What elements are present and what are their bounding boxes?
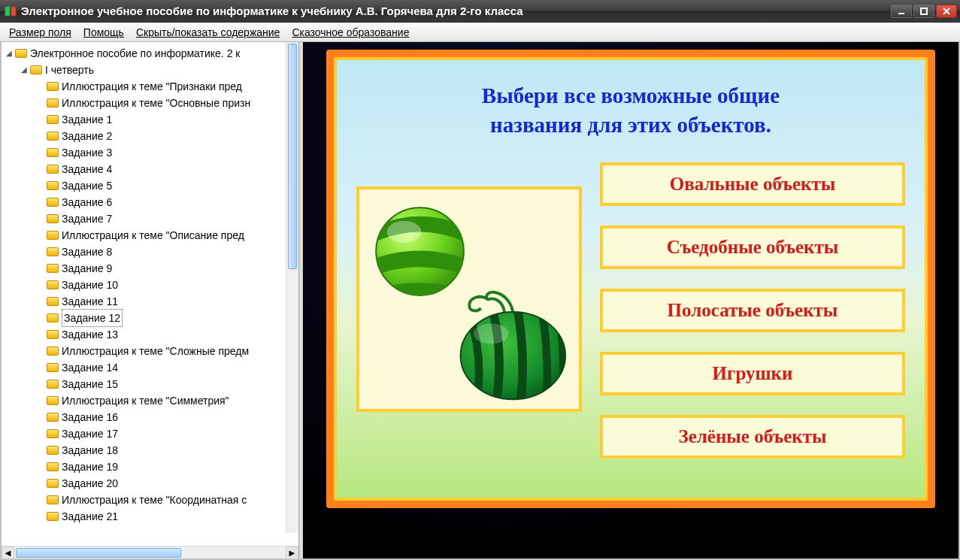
answer-option[interactable]: Игрушки bbox=[600, 352, 905, 395]
tree-label: Задание 19 bbox=[62, 459, 118, 475]
menu-help[interactable]: Помощь bbox=[77, 25, 130, 40]
scroll-right-button[interactable]: ► bbox=[286, 546, 298, 559]
svg-rect-0 bbox=[5, 7, 10, 16]
maximize-button[interactable] bbox=[913, 5, 934, 18]
page-icon bbox=[47, 148, 59, 157]
tree-item[interactable]: Задание 12 bbox=[2, 310, 298, 326]
tree-item[interactable]: Задание 2 bbox=[2, 128, 298, 144]
tree-item[interactable]: Иллюстрация к теме "Симметрия" bbox=[2, 392, 298, 409]
scrollbar-thumb[interactable] bbox=[16, 548, 181, 558]
tree-item[interactable]: Задание 13 bbox=[2, 326, 298, 343]
tree-item[interactable]: Задание 3 bbox=[2, 144, 298, 161]
page-icon bbox=[47, 396, 59, 405]
scrollbar-thumb[interactable] bbox=[288, 44, 297, 269]
window-title: Электронное учебное пособие по информати… bbox=[21, 5, 891, 17]
svg-point-11 bbox=[474, 324, 509, 344]
answer-option[interactable]: Зелёные объекты bbox=[600, 415, 905, 459]
page-icon bbox=[47, 413, 59, 422]
svg-point-8 bbox=[387, 221, 422, 243]
tree-item[interactable]: Задание 1 bbox=[2, 111, 298, 128]
close-button[interactable] bbox=[936, 5, 957, 18]
scroll-left-button[interactable]: ◄ bbox=[2, 546, 14, 559]
page-icon bbox=[47, 115, 59, 124]
tree-item[interactable]: Задание 9 bbox=[2, 260, 298, 277]
tree-item[interactable]: Задание 21 bbox=[2, 508, 298, 525]
answer-option[interactable]: Овальные объекты bbox=[600, 162, 905, 206]
page-icon bbox=[47, 132, 59, 141]
vertical-scrollbar[interactable] bbox=[286, 42, 298, 533]
menu-toggle-toc[interactable]: Скрыть/показать содержание bbox=[130, 25, 286, 40]
page-icon bbox=[47, 462, 59, 471]
tree-item[interactable]: Задание 8 bbox=[2, 244, 298, 260]
book-icon bbox=[30, 65, 42, 74]
content-area: Выбери все возможные общие названия для … bbox=[303, 42, 958, 558]
tree-item[interactable]: Задание 18 bbox=[2, 442, 298, 459]
tree-item[interactable]: Задание 7 bbox=[2, 210, 298, 227]
tree-label: Иллюстрация к теме "Координатная с bbox=[62, 492, 247, 508]
tree-label: Задание 21 bbox=[62, 508, 118, 525]
tree-label: Задание 2 bbox=[62, 128, 112, 144]
tree-item[interactable]: Задание 14 bbox=[2, 359, 298, 376]
tree-item[interactable]: Иллюстрация к теме "Признаки пред bbox=[2, 78, 298, 95]
tree-label: Задание 12 bbox=[62, 309, 123, 327]
toc-sidebar: ◢ Электронное пособие по информатике. 2 … bbox=[2, 42, 299, 558]
answer-option[interactable]: Полосатые объекты bbox=[600, 289, 905, 332]
svg-rect-3 bbox=[921, 8, 927, 14]
tree-label: Задание 20 bbox=[62, 475, 118, 492]
tree-item[interactable]: Задание 10 bbox=[2, 277, 298, 293]
page-icon bbox=[47, 280, 59, 289]
minimize-button[interactable] bbox=[891, 5, 912, 18]
page-icon bbox=[47, 82, 59, 91]
tree-item[interactable]: Иллюстрация к теме "Сложные предм bbox=[2, 343, 298, 359]
horizontal-scrollbar[interactable]: ◄ ► bbox=[2, 546, 298, 558]
tree-item[interactable]: Задание 6 bbox=[2, 194, 298, 210]
page-icon bbox=[47, 181, 59, 190]
menu-field-size[interactable]: Размер поля bbox=[3, 25, 77, 40]
tree-item[interactable]: Задание 5 bbox=[2, 177, 298, 194]
tree-label: Задание 10 bbox=[62, 277, 118, 293]
picture-frame bbox=[356, 186, 582, 412]
tree-label: Задание 17 bbox=[62, 425, 118, 442]
page-icon bbox=[47, 380, 59, 389]
page-icon bbox=[47, 231, 59, 240]
tree-item[interactable]: Иллюстрация к теме "Координатная с bbox=[2, 492, 298, 508]
collapse-icon[interactable]: ◢ bbox=[20, 62, 29, 78]
tree-label: Задание 1 bbox=[62, 111, 112, 128]
page-icon bbox=[47, 330, 59, 339]
tree-label: Задание 3 bbox=[62, 144, 112, 161]
page-icon bbox=[47, 264, 59, 273]
page-icon bbox=[47, 363, 59, 372]
tree-label: Задание 7 bbox=[62, 210, 112, 227]
watermelon-image bbox=[447, 286, 571, 403]
tree-label: Электронное пособие по информатике. 2 к bbox=[30, 45, 240, 62]
page-icon bbox=[47, 429, 59, 438]
tree-item[interactable]: Задание 19 bbox=[2, 459, 298, 475]
tree-item[interactable]: Иллюстрация к теме "Основные призн bbox=[2, 95, 298, 111]
tree-item[interactable]: Иллюстрация к теме "Описание пред bbox=[2, 227, 298, 244]
tree-label: Задание 11 bbox=[62, 293, 118, 310]
tree-item[interactable]: Задание 11 bbox=[2, 293, 298, 310]
page-icon bbox=[47, 446, 59, 455]
tree-label: Задание 16 bbox=[62, 409, 118, 425]
tree-item[interactable]: Задание 4 bbox=[2, 161, 298, 177]
menu-fairy-education[interactable]: Сказочное образование bbox=[286, 25, 415, 40]
ball-image bbox=[373, 204, 467, 298]
svg-rect-1 bbox=[11, 7, 16, 16]
tree-label: Задание 5 bbox=[62, 177, 112, 194]
tree-root[interactable]: ◢ Электронное пособие по информатике. 2 … bbox=[2, 45, 298, 62]
tree-label: Иллюстрация к теме "Основные призн bbox=[62, 95, 250, 111]
toc-tree[interactable]: ◢ Электронное пособие по информатике. 2 … bbox=[2, 42, 298, 546]
tree-item[interactable]: Задание 17 bbox=[2, 425, 298, 442]
tree-item[interactable]: Задание 16 bbox=[2, 409, 298, 425]
tree-label: Задание 18 bbox=[62, 442, 118, 459]
page-icon bbox=[47, 313, 59, 322]
answers-list: Овальные объектыСъедобные объектыПолосат… bbox=[600, 162, 905, 459]
collapse-icon[interactable]: ◢ bbox=[5, 45, 14, 62]
tree-quarter[interactable]: ◢ I четверть bbox=[2, 62, 298, 78]
page-icon bbox=[47, 165, 59, 174]
page-icon bbox=[47, 198, 59, 207]
tree-item[interactable]: Задание 15 bbox=[2, 376, 298, 392]
tree-item[interactable]: Задание 20 bbox=[2, 475, 298, 492]
answer-option[interactable]: Съедобные объекты bbox=[600, 226, 905, 269]
page-icon bbox=[47, 512, 59, 521]
